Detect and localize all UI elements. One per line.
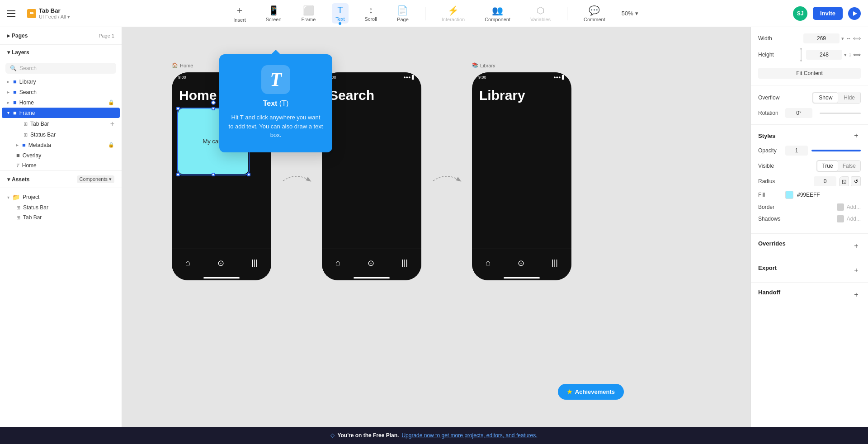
interaction-tool[interactable]: ⚡ Interaction — [438, 3, 468, 24]
search-tab-2[interactable]: ⊙ — [368, 258, 374, 268]
rotation-input[interactable] — [785, 108, 812, 118]
layer-metadata[interactable]: ■ Metadata 🔒 — [0, 140, 122, 150]
brand-area[interactable]: ✏ Tab Bar UI Feed / All ▾ — [27, 7, 70, 20]
layer-search[interactable]: ■ Search — [0, 87, 122, 97]
achievements-star-icon: ★ — [567, 388, 572, 395]
pages-section: ▸ Pages Page 1 — [0, 27, 122, 45]
home-lock-icon: 🔒 — [108, 99, 114, 105]
opacity-slider-track[interactable] — [811, 150, 861, 151]
phone-3-status: 9:00 ●●● ▋ — [472, 72, 571, 82]
search-input[interactable] — [19, 65, 112, 71]
width-dropdown-arrow[interactable]: ▾ — [841, 36, 844, 42]
invite-button[interactable]: Invite — [813, 7, 843, 20]
layers-header[interactable]: ▾ Layers — [0, 45, 122, 60]
tab-bar-add-icon[interactable]: + — [110, 120, 114, 128]
shadows-add-label[interactable]: Add... — [847, 216, 861, 222]
handle-top-middle[interactable] — [212, 107, 215, 110]
pages-chevron: ▸ — [7, 33, 10, 39]
radius-all-icon[interactable]: ↺ — [851, 176, 861, 186]
home-tab-2[interactable]: ⌂ — [335, 258, 340, 268]
search-tab-icon[interactable]: ⊙ — [217, 258, 224, 268]
assets-status-bar[interactable]: ⊞ Status Bar — [0, 203, 122, 213]
phone-2-frame: 9:00 ●●● ▋ Search ⌂ ⊙ ||| — [322, 72, 421, 280]
width-expand-icon[interactable]: ⟺ — [853, 35, 861, 42]
play-button[interactable] — [848, 7, 861, 20]
rotation-slider[interactable] — [820, 113, 861, 114]
layer-tab-bar[interactable]: ⊞ Tab Bar + — [0, 118, 122, 130]
achievements-button[interactable]: ★ Achievements — [558, 384, 624, 400]
layer-home-text[interactable]: T Home — [0, 161, 122, 170]
screen-tool[interactable]: 📱 Screen — [262, 3, 285, 24]
fit-content-button[interactable]: Fit Content — [758, 68, 861, 79]
text-tooltip-popup: T Text (T) Hit T and click anywhere you … — [219, 54, 332, 152]
variables-tool[interactable]: ⬡ Variables — [527, 3, 554, 24]
rotate-handle[interactable] — [211, 100, 216, 105]
handle-top-left[interactable] — [176, 107, 180, 110]
insert-tool[interactable]: ＋ Insert — [230, 2, 250, 24]
opacity-input[interactable] — [785, 146, 808, 156]
text-label: Text — [335, 16, 344, 22]
styles-add-button[interactable]: + — [852, 131, 861, 140]
fill-hex-input[interactable] — [797, 192, 865, 198]
screen-icon: 📱 — [268, 5, 279, 16]
library-tab-3[interactable]: ||| — [552, 258, 558, 268]
height-expand-icon[interactable]: ⟺ — [853, 52, 861, 58]
fill-color-swatch[interactable] — [785, 191, 793, 199]
svg-point-0 — [800, 48, 802, 50]
handle-bottom-left[interactable] — [176, 173, 180, 176]
component-tool[interactable]: 👥 Component — [481, 3, 514, 24]
layer-library[interactable]: ■ Library — [0, 76, 122, 87]
assets-project-group: ▾ 📁 Project ⊞ Status Bar ⊞ Tab Bar — [0, 192, 122, 222]
border-add-label[interactable]: Add... — [847, 204, 861, 210]
banner-upgrade-link[interactable]: Upgrade now to get more projects, editor… — [401, 432, 537, 439]
width-lock-icon[interactable]: ↔ — [846, 35, 851, 42]
assets-components-dropdown[interactable]: Components ▾ — [77, 175, 114, 183]
library-tab-2[interactable]: ||| — [401, 258, 408, 268]
library-tab-icon[interactable]: ||| — [251, 258, 258, 268]
handoff-add-button[interactable]: + — [852, 290, 861, 299]
pages-header[interactable]: ▸ Pages Page 1 — [7, 33, 114, 39]
assets-tab-bar[interactable]: ⊞ Tab Bar — [0, 213, 122, 222]
radius-input[interactable] — [814, 176, 836, 186]
search-tab-3[interactable]: ⊙ — [518, 258, 524, 268]
height-dropdown-arrow[interactable]: ▾ — [844, 52, 847, 58]
width-input[interactable] — [803, 33, 840, 43]
text-tool[interactable]: T Text — [332, 3, 348, 24]
layer-overlay[interactable]: ■ Overlay — [0, 150, 122, 161]
handle-bottom-right[interactable] — [247, 173, 250, 176]
comment-tool[interactable]: 💬 Comment — [580, 3, 609, 24]
overrides-add-button[interactable]: + — [852, 241, 861, 250]
height-input[interactable] — [806, 50, 842, 60]
user-avatar[interactable]: SJ — [793, 6, 807, 21]
height-link-icon — [798, 48, 804, 61]
canvas-area[interactable]: T Text (T) Hit T and click anywhere you … — [122, 27, 750, 427]
tab-bar-icon: ⊞ — [24, 121, 28, 127]
export-add-button[interactable]: + — [852, 266, 861, 275]
overflow-hide-button[interactable]: Hide — [838, 92, 860, 103]
page-tool[interactable]: 📄 Page — [393, 3, 412, 24]
frame-tool[interactable]: ⬜ Frame — [298, 3, 320, 24]
visible-false-button[interactable]: False — [838, 161, 860, 171]
scroll-tool[interactable]: ↕ Scroll — [361, 3, 381, 24]
shadows-color-swatch[interactable] — [837, 215, 844, 222]
shadows-row: Shadows Add... — [758, 215, 861, 222]
width-row: Width ▾ ↔ ⟺ — [758, 33, 861, 43]
overflow-show-button[interactable]: Show — [813, 92, 838, 103]
handle-bottom-middle[interactable] — [212, 173, 215, 176]
visible-true-button[interactable]: True — [817, 161, 838, 171]
project-chevron-icon: ▾ — [7, 195, 9, 200]
border-color-swatch[interactable] — [837, 203, 844, 211]
phone-1-indicator — [203, 277, 240, 279]
brand-sub[interactable]: UI Feed / All ▾ — [39, 14, 70, 20]
radius-corner-icon[interactable]: ◱ — [839, 176, 849, 186]
hamburger-button[interactable] — [7, 6, 22, 21]
layer-status-bar[interactable]: ⊞ Status Bar — [0, 130, 122, 140]
height-lock-icon[interactable]: ↕ — [849, 52, 851, 58]
layer-home[interactable]: ■ Home 🔒 — [0, 97, 122, 108]
layer-frame[interactable]: ▾ ■ Frame — [2, 108, 120, 118]
zoom-control[interactable]: 50% ▾ — [622, 10, 638, 17]
home-tab-3[interactable]: ⌂ — [486, 258, 491, 268]
assets-project-header[interactable]: ▾ 📁 Project — [0, 192, 122, 203]
home-tab-icon[interactable]: ⌂ — [185, 258, 190, 268]
rotation-controls — [785, 108, 861, 118]
